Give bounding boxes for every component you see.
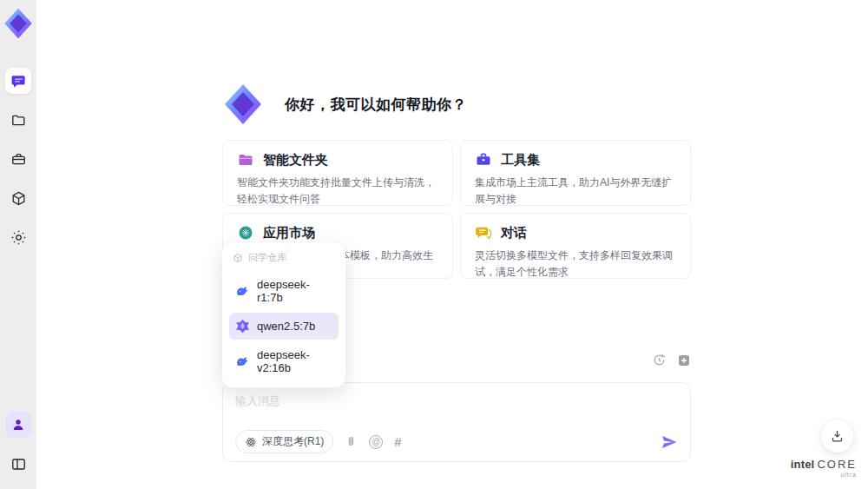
hash-icon[interactable]: # xyxy=(394,434,401,449)
user-icon xyxy=(10,417,26,433)
intel-wordmark: intel xyxy=(791,459,815,470)
paperclip-icon[interactable] xyxy=(345,435,358,448)
sidebar-item-settings[interactable] xyxy=(5,224,31,250)
model-option-deepseek-r1[interactable]: deepseek-r1:7b xyxy=(229,272,339,310)
greeting-title: 你好，我可以如何帮助你？ xyxy=(285,95,467,115)
new-chat-icon[interactable] xyxy=(677,354,691,367)
atom-icon xyxy=(245,436,257,448)
composer-actions: 深度思考(R1) @ # xyxy=(235,430,678,453)
repository-icon xyxy=(233,253,243,263)
app-window: 你好，我可以如何帮助你？ 智能文件夹 智能文件夹功能支持批量文件上传与清洗，轻松… xyxy=(0,0,868,489)
card-smart-folder[interactable]: 智能文件夹 智能文件夹功能支持批量文件上传与清洗，轻松实现文件问答 xyxy=(222,140,453,206)
sidebar-item-chat[interactable] xyxy=(5,68,31,94)
deep-think-toggle[interactable]: 深度思考(R1) xyxy=(235,430,333,453)
deepseek-whale-icon xyxy=(235,284,250,299)
card-head: 智能文件夹 xyxy=(237,151,438,169)
deepseek-whale-icon xyxy=(235,354,250,369)
panel-icon xyxy=(10,456,27,472)
model-dropdown-header: 问学仓库 xyxy=(229,249,339,272)
model-option-deepseek-v2[interactable]: deepseek-v2:16b xyxy=(229,342,339,380)
main-content: 你好，我可以如何帮助你？ 智能文件夹 智能文件夹功能支持批量文件上传与清洗，轻松… xyxy=(222,0,691,462)
card-head: 工具集 xyxy=(475,151,676,169)
history-icon[interactable] xyxy=(652,353,667,367)
gear-icon xyxy=(10,229,27,246)
greeting-logo-icon xyxy=(222,83,264,126)
card-title: 智能文件夹 xyxy=(263,152,328,169)
card-desc: 集成市场上主流工具，助力AI与外界无缝扩展与对接 xyxy=(475,175,676,206)
qwen-logo-icon xyxy=(235,319,250,334)
folder-icon xyxy=(237,151,254,169)
model-option-label: qwen2.5:7b xyxy=(257,320,315,333)
card-title: 对话 xyxy=(501,225,527,241)
send-icon xyxy=(661,433,678,451)
briefcase-icon xyxy=(10,151,27,168)
toolbar-right-icons xyxy=(652,353,691,367)
send-button[interactable] xyxy=(661,433,678,451)
model-option-label: deepseek-r1:7b xyxy=(257,278,332,304)
composer: 深度思考(R1) @ # xyxy=(222,382,691,462)
deep-think-label: 深度思考(R1) xyxy=(262,434,324,449)
briefcase-icon xyxy=(475,151,492,169)
ultra-wordmark: ultra xyxy=(791,472,857,478)
market-icon xyxy=(237,224,254,241)
sidebar xyxy=(0,0,36,489)
model-option-qwen[interactable]: qwen2.5:7b xyxy=(229,313,339,340)
message-input[interactable] xyxy=(235,393,545,414)
card-toolset[interactable]: 工具集 集成市场上主流工具，助力AI与外界无缝扩展与对接 xyxy=(460,140,691,206)
card-desc: 智能文件夹功能支持批量文件上传与清洗，轻松实现文件问答 xyxy=(237,175,438,206)
chat-bubble-icon xyxy=(475,224,492,241)
intel-core-badge: intel core ultra xyxy=(791,459,857,478)
intel-core-row: intel core xyxy=(791,459,857,470)
sidebar-item-toolbox[interactable] xyxy=(5,146,31,172)
card-head: 对话 xyxy=(475,224,676,241)
card-head: 应用市场 xyxy=(237,224,438,241)
app-logo-icon xyxy=(3,7,34,40)
card-desc: 灵活切换多模型文件，支持多样回复效果调试，满足个性化需求 xyxy=(475,248,676,279)
sidebar-item-models[interactable] xyxy=(5,185,31,211)
model-dropdown: 问学仓库 deepseek-r1:7b qwen2.5:7b deepseek-… xyxy=(222,242,345,387)
sidebar-item-folders[interactable] xyxy=(5,107,31,133)
core-wordmark: core xyxy=(817,459,857,470)
mention-icon[interactable]: @ xyxy=(369,435,383,449)
greeting: 你好，我可以如何帮助你？ xyxy=(222,83,691,126)
chat-icon xyxy=(10,73,27,89)
download-button[interactable] xyxy=(821,420,853,453)
sidebar-item-panel[interactable] xyxy=(5,451,31,477)
card-conversation[interactable]: 对话 灵活切换多模型文件，支持多样回复效果调试，满足个性化需求 xyxy=(460,213,691,279)
card-title: 工具集 xyxy=(501,152,540,169)
card-title: 应用市场 xyxy=(263,225,315,241)
model-option-label: deepseek-v2:16b xyxy=(257,348,332,374)
cube-icon xyxy=(10,190,27,207)
folder-icon xyxy=(10,112,27,129)
download-icon xyxy=(830,429,845,444)
model-dropdown-header-label: 问学仓库 xyxy=(248,251,286,264)
sidebar-item-user[interactable] xyxy=(5,412,31,438)
